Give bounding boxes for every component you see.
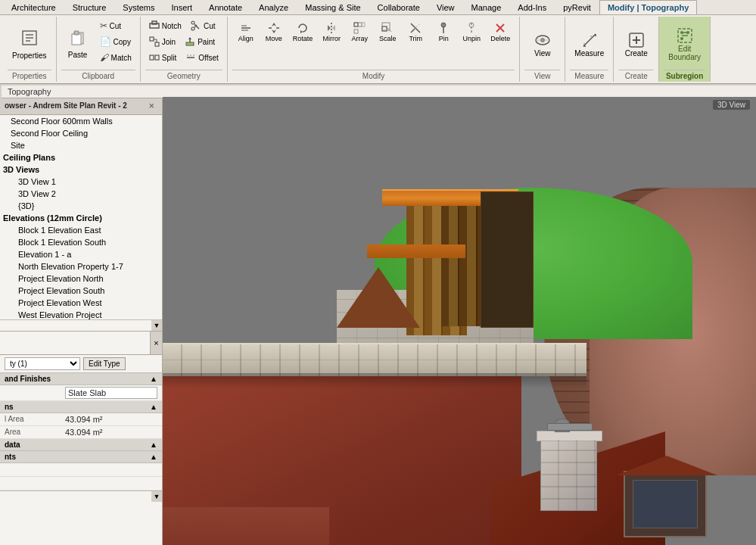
array-button[interactable]: Array xyxy=(346,18,373,45)
tree-item-3[interactable]: Ceiling Plans xyxy=(0,151,162,164)
align-label: Align xyxy=(238,35,254,42)
tab-insert[interactable]: Insert xyxy=(163,0,201,14)
ribbon-tab-bar: Architecture Structure Systems Insert An… xyxy=(0,0,756,15)
middle-panel-content xyxy=(0,332,150,354)
svg-marker-27 xyxy=(272,23,276,33)
tab-architecture[interactable]: Architecture xyxy=(3,0,64,14)
edit-type-button[interactable]: Edit Type xyxy=(83,357,126,370)
tree-item-6[interactable]: 3D View 2 xyxy=(0,188,162,200)
tab-modify-topography[interactable]: Modify | Topography xyxy=(599,0,697,14)
paste-button[interactable]: Paste xyxy=(61,18,95,70)
split-button[interactable]: Split xyxy=(145,50,180,65)
browser-close-button[interactable]: × xyxy=(145,99,157,112)
tree-item-9[interactable]: Block 1 Elevation East xyxy=(0,224,162,236)
tree-item-15[interactable]: Project Elevation West xyxy=(0,297,162,309)
rotate-button[interactable]: Rotate xyxy=(288,18,318,45)
paint-button[interactable]: Paint xyxy=(181,34,219,49)
scale-button[interactable]: Scale xyxy=(374,18,401,45)
tab-manage[interactable]: Manage xyxy=(463,0,510,14)
cut-icon: ✂ xyxy=(100,20,107,31)
tree-item-16[interactable]: West Elevation Project xyxy=(0,309,162,319)
tree-item-8[interactable]: Elevations (12mm Circle) xyxy=(0,212,162,224)
modify-group-label: Modify xyxy=(232,70,515,80)
create-label: Create xyxy=(625,49,648,58)
tab-collaborate[interactable]: Collaborate xyxy=(369,0,428,14)
data-section-header[interactable]: data ▲ xyxy=(0,439,162,451)
tree-item-11[interactable]: Elevation 1 - a xyxy=(0,248,162,260)
nts-section-header[interactable]: nts ▲ xyxy=(0,451,162,463)
match-button[interactable]: 🖌 Match xyxy=(96,50,135,65)
trim-button[interactable]: Trim xyxy=(402,18,429,45)
rotate-label: Rotate xyxy=(293,35,313,42)
tab-view[interactable]: View xyxy=(428,0,463,14)
measure-button[interactable]: Measure xyxy=(570,18,608,70)
viewport[interactable]: 3D View xyxy=(163,97,756,545)
material-value[interactable]: Slate Slab xyxy=(65,387,157,399)
tree-item-7[interactable]: {3D} xyxy=(0,200,162,212)
type-selector[interactable]: ty (1) xyxy=(5,357,80,370)
tree-item-14[interactable]: Project Elevation South xyxy=(0,285,162,297)
unpin-button[interactable]: Unpin xyxy=(458,18,485,45)
middle-close-button[interactable]: × xyxy=(150,332,162,354)
cut-geo-button[interactable]: Cut xyxy=(187,18,219,33)
tree-item-13[interactable]: Project Elevation North xyxy=(0,272,162,285)
svg-point-10 xyxy=(191,27,194,30)
tree-item-10[interactable]: Block 1 Elevation South xyxy=(0,236,162,248)
area1-label: l Area xyxy=(5,415,65,424)
cut-button[interactable]: ✂ Cut xyxy=(96,18,135,33)
tab-massing[interactable]: Massing & Site xyxy=(297,0,369,14)
measure-content: Measure xyxy=(570,18,608,70)
svg-line-53 xyxy=(583,34,596,46)
area-expand-icon[interactable]: ▲ xyxy=(150,403,157,411)
tree-item-1[interactable]: Second Floor Ceiling xyxy=(0,127,162,139)
chimney-body xyxy=(540,439,597,511)
tab-annotate[interactable]: Annotate xyxy=(201,0,250,14)
scroll-down-button[interactable]: ▼ xyxy=(151,320,162,331)
tree-item-12[interactable]: North Elevation Property 1-7 xyxy=(0,260,162,272)
clipboard-small-btns: ✂ Cut 📄 Copy 🖌 Match xyxy=(96,18,135,65)
tab-analyze[interactable]: Analyze xyxy=(250,0,297,14)
tab-systems[interactable]: Systems xyxy=(114,0,163,14)
tab-addins[interactable]: Add-Ins xyxy=(509,0,555,14)
delete-button[interactable]: Delete xyxy=(486,18,515,45)
join-button[interactable]: Join xyxy=(145,34,179,49)
svg-rect-34 xyxy=(354,23,358,26)
offset-button[interactable]: Offset xyxy=(182,50,222,65)
notch-button[interactable]: Second Floor 600mm Walls Notch xyxy=(145,18,185,33)
dormer-window xyxy=(624,471,707,537)
clipboard-group-label: Clipboard xyxy=(61,70,135,80)
dormer-roof-triangle xyxy=(616,456,717,475)
ribbon-group-create: Create Create xyxy=(614,17,659,82)
move-button[interactable]: Move xyxy=(260,18,288,45)
finishes-expand-icon[interactable]: ▲ xyxy=(150,375,157,383)
create-button[interactable]: Create xyxy=(620,18,653,70)
tab-structure[interactable]: Structure xyxy=(64,0,115,14)
tab-pyrevit[interactable]: pyRevit xyxy=(555,0,599,14)
data-expand-icon[interactable]: ▲ xyxy=(150,441,157,449)
tree-item-5[interactable]: 3D View 1 xyxy=(0,176,162,188)
svg-rect-17 xyxy=(186,42,194,45)
view-button[interactable]: View xyxy=(526,18,559,70)
copy-button[interactable]: 📄 Copy xyxy=(96,34,135,49)
mirror-button[interactable]: Mirror xyxy=(318,18,345,45)
measure-label: Measure xyxy=(574,49,604,58)
tree-item-4[interactable]: 3D Views xyxy=(0,164,162,176)
measure-group-label: Measure xyxy=(570,70,608,80)
nts-expand-icon[interactable]: ▲ xyxy=(150,453,157,461)
sidebar: owser - Andrem Site Plan Revit - 2 × Sec… xyxy=(0,97,163,545)
finishes-section-header[interactable]: and Finishes ▲ xyxy=(0,373,162,385)
tree-item-0[interactable]: Second Floor 600mm Walls xyxy=(0,115,162,127)
properties-button[interactable]: Properties xyxy=(8,18,51,70)
roof-shadow xyxy=(163,373,586,388)
align-button[interactable]: Align xyxy=(232,18,260,45)
edit-boundary-button[interactable]: EditBoundary xyxy=(664,18,705,70)
props-scroll-down[interactable]: ▼ xyxy=(151,491,162,502)
ground-surface xyxy=(163,507,329,545)
tree-item-2[interactable]: Site xyxy=(0,139,162,151)
pin-button[interactable]: Pin xyxy=(430,18,457,45)
svg-rect-8 xyxy=(152,21,157,24)
split-label: Split xyxy=(162,54,176,62)
cut-label: Cut xyxy=(110,22,122,30)
area-section-header[interactable]: ns ▲ xyxy=(0,401,162,413)
browser-tree: Second Floor 600mm Walls Second Floor Ce… xyxy=(0,115,162,319)
